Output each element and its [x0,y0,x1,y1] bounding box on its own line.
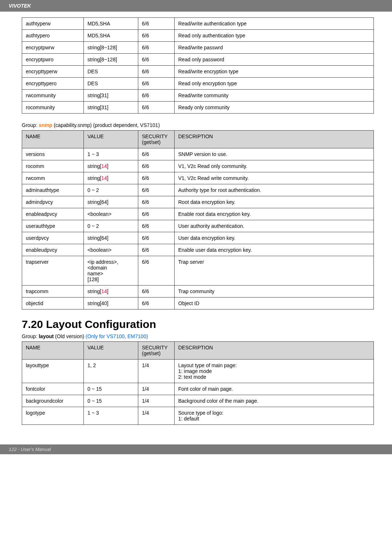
col-name-header: NAME [22,131,84,148]
table-row: authtyperoMD5,SHA6/6Read only authentica… [22,30,374,42]
caption-suffix: (capability.snmp) (product dependent, VS… [52,122,160,128]
snmp-caption: Group: snmp (capability.snmp) (product d… [22,122,374,128]
param-name: versions [22,148,84,160]
param-sec: 6/6 [138,172,175,184]
param-desc: Read/write passwrd [175,42,374,54]
param-value: 0 ~ 2 [84,184,138,196]
param-name: rwcomm [22,172,84,184]
param-value: MD5,SHA [84,18,138,30]
param-sec: 6/6 [138,30,175,42]
table-row: adminauthtype0 ~ 26/6Authority type for … [22,184,374,196]
param-name: objectid [22,297,84,309]
param-desc: Enable root data encryption key. [175,208,374,220]
col-sec-header: SECURITY(get/set) [138,342,175,360]
auth-encrypt-table: authtyperwMD5,SHA6/6Read/write authentic… [22,17,374,114]
param-value: MD5,SHA [84,30,138,42]
param-desc: Root data encryption key. [175,196,374,208]
param-desc: Background color of the main page. [175,395,374,407]
param-sec: 6/6 [138,232,175,244]
param-sec: 1/4 [138,383,175,395]
table-row: encryptpwrostring[8~128]6/6Read only pas… [22,54,374,66]
caption-prefix: Group: [22,122,39,128]
param-sec: 6/6 [138,160,175,172]
param-value: string[31] [84,90,138,102]
param-sec: 6/6 [138,66,175,78]
param-value: string[14] [84,172,138,184]
param-desc: Layout type of main page:1: image mode2:… [175,360,374,383]
table-row: objectidstring[40]6/6Object ID [22,297,374,309]
param-value: <boolean> [84,208,138,220]
param-name: trapcomm [22,286,84,297]
param-name: encryptpwrw [22,42,84,54]
param-value: 1 ~ 3 [84,407,138,425]
table-row: trapserver<ip address>,<domainname>[128]… [22,256,374,286]
param-desc: Read/write authentication type [175,18,374,30]
param-value: string[64] [84,196,138,208]
param-value: string[14] [84,286,138,297]
group-name: snmp [39,122,52,128]
param-name: authtyperw [22,18,84,30]
param-value: string[31] [84,102,138,114]
param-value: 0 ~ 15 [84,383,138,395]
param-name: rocommunity [22,102,84,114]
param-value: string[8~128] [84,42,138,54]
param-value: string[40] [84,297,138,309]
table-row: encrypttyperoDES6/6Read only encryption … [22,78,374,90]
param-desc: V1, V2c Read write community. [175,172,374,184]
table-row: rwcommunitystring[31]6/6Read/write commu… [22,90,374,102]
group-name: layout [39,333,54,339]
param-sec: 1/4 [138,360,175,383]
param-desc: Read/write encryption type [175,66,374,78]
table-header: NAME VALUE SECURITY(get/set) DESCRIPTION [22,342,374,360]
param-name: admindpvcy [22,196,84,208]
param-sec: 6/6 [138,102,175,114]
param-sec: 6/6 [138,90,175,102]
param-sec: 1/4 [138,395,175,407]
caption-note: (Only for VS7100, EM7100) [86,333,148,339]
param-sec: 6/6 [138,220,175,232]
param-value: 0 ~ 2 [84,220,138,232]
table-row: rwcommstring[14]6/6V1, V2c Read write co… [22,172,374,184]
table-row: rocommunitystring[31]6/6Ready only commu… [22,102,374,114]
param-name: encrypttyperw [22,66,84,78]
param-desc: Source type of logo:1: default [175,407,374,425]
col-value-header: VALUE [84,342,138,360]
caption-prefix: Group: [22,333,39,339]
table-row: authtyperwMD5,SHA6/6Read/write authentic… [22,18,374,30]
param-desc: Read only password [175,54,374,66]
col-name-header: NAME [22,342,84,360]
table-row: userdpvcystring[64]6/6User data encrypti… [22,232,374,244]
param-sec: 6/6 [138,42,175,54]
footer-text: 122 - User's Manual [9,447,51,452]
param-value: 1 ~ 3 [84,148,138,160]
param-desc: Trap server [175,256,374,286]
brand-header: VIVOTEK [0,0,392,12]
param-value: <ip address>,<domainname>[128] [84,256,138,286]
param-name: trapserver [22,256,84,286]
param-name: rwcommunity [22,90,84,102]
table-row: enableudpvcy<boolean>6/6Enable user data… [22,244,374,256]
param-value: string[64] [84,232,138,244]
param-sec: 6/6 [138,148,175,160]
param-sec: 6/6 [138,286,175,297]
table-row: trapcommstring[14]6/6Trap community [22,286,374,297]
param-sec: 6/6 [138,208,175,220]
param-sec: 6/6 [138,18,175,30]
param-desc: User authority authentication. [175,220,374,232]
param-name: logotype [22,407,84,425]
param-sec: 6/6 [138,78,175,90]
param-desc: Read/write community [175,90,374,102]
param-desc: Object ID [175,297,374,309]
table-row: encryptpwrwstring[8~128]6/6Read/write pa… [22,42,374,54]
param-value: 1, 2 [84,360,138,383]
param-sec: 6/6 [138,196,175,208]
param-sec: 6/6 [138,244,175,256]
param-sec: 6/6 [138,256,175,286]
param-desc: SNMP version to use. [175,148,374,160]
layout-caption: Group: layout (Old version) (Only for VS… [22,333,374,339]
col-value-header: VALUE [84,131,138,148]
section-title: 7.20 Layout Configuration [22,318,374,331]
param-value: string[8~128] [84,54,138,66]
param-value: 0 ~ 15 [84,395,138,407]
param-desc: Authority type for root authentication. [175,184,374,196]
